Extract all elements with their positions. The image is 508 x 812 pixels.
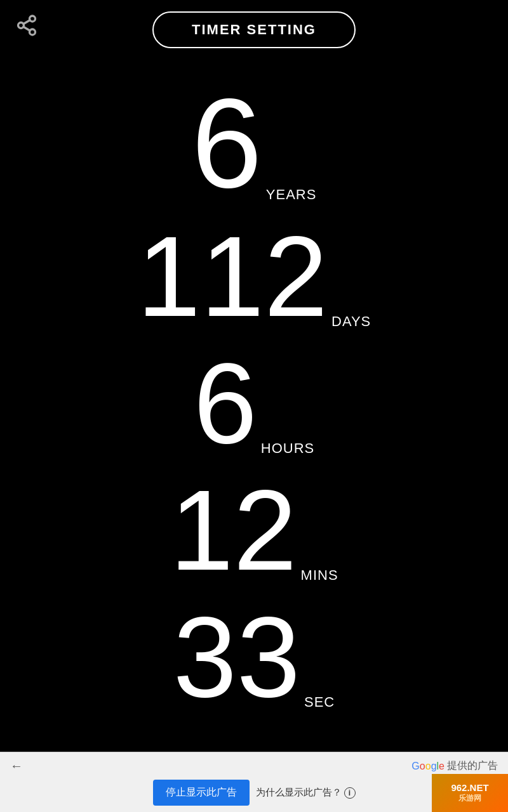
ad-bottom-row: 停止显示此广告 为什么显示此广告？ i [10,780,498,806]
days-unit: 112 DAYS [137,219,371,334]
watermark-line2: 乐游网 [458,793,481,804]
google-logo: Google [411,761,444,772]
ad-google-label: Google 提供的广告 [411,759,498,773]
ad-top-row: ← Google 提供的广告 [10,759,498,773]
watermark: 962.NET 乐游网 [432,774,508,812]
share-icon [15,14,38,37]
hours-label: HOURS [261,442,314,461]
sec-label: SEC [304,695,335,714]
header: TIMER SETTING [0,0,508,55]
hours-unit: 6 HOURS [194,346,315,461]
stop-ad-button[interactable]: 停止显示此广告 [153,780,250,806]
years-value: 6 [192,80,262,207]
ad-provided-text: 提供的广告 [447,759,498,773]
sec-value: 33 [173,600,300,714]
days-label: DAYS [331,315,371,334]
mins-unit: 12 MINS [170,473,338,587]
mins-value: 12 [170,473,297,587]
svg-line-3 [23,27,30,30]
watermark-line1: 962.NET [451,782,488,793]
ad-back-button[interactable]: ← [10,759,23,773]
share-button[interactable] [13,11,41,41]
why-ad-text: 为什么显示此广告？ [256,787,342,799]
info-icon: i [344,787,356,799]
days-value: 112 [137,219,328,334]
years-unit: 6 YEARS [192,80,317,207]
sec-unit: 33 SEC [173,600,335,714]
mins-label: MINS [301,568,338,587]
why-ad-button[interactable]: 为什么显示此广告？ i [256,787,356,799]
years-label: YEARS [266,188,317,207]
timer-setting-button[interactable]: TIMER SETTING [152,11,356,48]
main-content: 6 YEARS 112 DAYS 6 HOURS 12 MINS 33 SEC [0,55,508,727]
svg-line-4 [23,20,30,24]
hours-value: 6 [194,346,257,461]
